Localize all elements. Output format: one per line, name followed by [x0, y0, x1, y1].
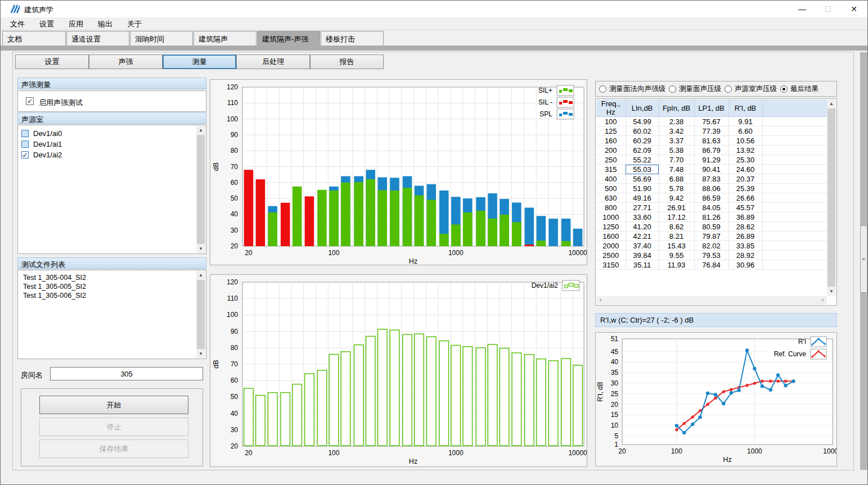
radio-最后结果[interactable]: 最后结果 [780, 84, 818, 94]
table-cell[interactable]: 77.39 [694, 126, 728, 136]
table-cell[interactable]: 630 [596, 193, 626, 203]
channel-item-Dev1/ai1[interactable]: Dev1/ai1 [18, 139, 206, 149]
table-cell[interactable]: 9.91 [728, 117, 762, 126]
table-cell[interactable]: 1600 [596, 232, 626, 241]
room-name-input[interactable] [50, 367, 203, 380]
channel-list-scrollbar[interactable]: ▲ ▼ [196, 126, 205, 253]
table-cell[interactable]: 56.69 [626, 174, 659, 184]
table-cell[interactable] [762, 165, 829, 174]
table-cell[interactable] [762, 232, 829, 241]
table-cell[interactable] [762, 174, 829, 184]
test-file-item[interactable]: Test 1_305-005_SI2 [18, 282, 206, 291]
menu-item-应用[interactable]: 应用 [61, 17, 91, 30]
table-cell[interactable]: 81.26 [694, 212, 728, 222]
save-results-button[interactable]: 保存结果 [39, 439, 188, 458]
tab-楼板打击[interactable]: 楼板打击 [321, 31, 384, 46]
enable-intensity-checkbox[interactable]: ✓ [26, 97, 34, 105]
subtab-后处理[interactable]: 后处理 [236, 55, 310, 69]
table-cell[interactable] [762, 203, 829, 212]
table-cell[interactable]: 60.02 [626, 126, 659, 136]
menu-item-设置[interactable]: 设置 [32, 17, 61, 30]
tab-通道设置[interactable]: 通道设置 [66, 31, 129, 46]
radio-测量面声压级[interactable]: 测量面声压级 [669, 84, 721, 94]
table-cell[interactable]: 2000 [596, 241, 626, 251]
table-cell[interactable]: 76.84 [694, 260, 728, 270]
table-cell[interactable]: 200 [596, 146, 626, 155]
table-cell[interactable]: 26.91 [659, 203, 694, 212]
table-cell[interactable]: 87.83 [694, 174, 728, 184]
scroll-down-icon[interactable]: ▼ [196, 244, 205, 253]
table-cell[interactable]: 79.53 [694, 251, 728, 260]
scroll-thumb[interactable] [197, 280, 205, 349]
table-cell[interactable] [762, 193, 829, 203]
table-cell[interactable]: 800 [596, 203, 626, 212]
table-cell[interactable] [762, 241, 829, 251]
scroll-up-icon[interactable]: ▲ [196, 271, 205, 279]
table-cell[interactable]: 86.79 [694, 146, 728, 155]
table-cell[interactable]: 33.60 [626, 212, 659, 222]
channel-checkbox[interactable]: ✓ [21, 151, 29, 158]
table-cell[interactable]: 5.78 [659, 184, 694, 193]
table-cell[interactable]: 160 [596, 136, 626, 146]
table-cell[interactable]: 20.37 [728, 174, 762, 184]
table-cell[interactable]: 54.99 [626, 117, 659, 126]
table-cell[interactable]: 75.67 [694, 117, 728, 126]
table-cell[interactable]: 1250 [596, 222, 626, 232]
table-cell[interactable]: 2.38 [659, 117, 694, 126]
table-cell[interactable]: 10.56 [728, 136, 762, 146]
table-cell[interactable]: 79.87 [694, 232, 728, 241]
table-cell[interactable] [762, 126, 829, 136]
table-cell[interactable]: 15.43 [659, 241, 694, 251]
menu-item-输出[interactable]: 输出 [91, 17, 120, 30]
table-cell[interactable]: 1000 [596, 212, 626, 222]
column-header[interactable]: LIn,dB [626, 99, 659, 117]
radio-测量面法向声强级[interactable]: 测量面法向声强级 [599, 84, 665, 94]
table-cell[interactable]: 250 [596, 155, 626, 165]
close-button[interactable]: ✕ [841, 1, 867, 17]
stop-button[interactable]: 停止 [39, 418, 188, 436]
scroll-left-icon[interactable]: ‹ [596, 296, 605, 305]
start-button[interactable]: 开始 [39, 396, 188, 414]
table-cell[interactable]: 3.42 [659, 126, 694, 136]
table-cell[interactable]: 27.71 [626, 203, 659, 212]
table-cell[interactable]: 49.16 [626, 193, 659, 203]
table-cell[interactable]: 5.38 [659, 146, 694, 155]
table-cell[interactable]: 6.88 [659, 174, 694, 184]
table-cell[interactable]: 100 [596, 117, 626, 126]
table-cell[interactable]: 3.37 [659, 136, 694, 146]
table-cell[interactable]: 45.57 [728, 203, 762, 212]
test-file-item[interactable]: Test 1_305-004_SI2 [18, 273, 206, 282]
scroll-up-icon[interactable]: ▲ [827, 99, 836, 108]
menu-item-文件[interactable]: 文件 [3, 17, 32, 30]
table-cell[interactable]: 28.92 [728, 251, 762, 260]
table-cell[interactable]: 500 [596, 184, 626, 193]
radio-circle-icon[interactable] [725, 85, 732, 93]
channel-checkbox[interactable] [21, 130, 29, 137]
table-cell[interactable]: 80.59 [694, 222, 728, 232]
table-cell[interactable]: 33.85 [728, 241, 762, 251]
table-cell[interactable]: 90.41 [694, 165, 728, 174]
collapse-panel-button[interactable]: < [860, 225, 867, 293]
table-cell[interactable]: 28.62 [728, 222, 762, 232]
scroll-thumb[interactable] [827, 108, 835, 287]
table-cell[interactable] [762, 136, 829, 146]
table-cell[interactable]: 86.59 [694, 193, 728, 203]
table-cell[interactable] [762, 117, 829, 126]
tab-文档[interactable]: 文档 [2, 31, 66, 46]
table-cell[interactable]: 51.90 [626, 184, 659, 193]
table-cell[interactable]: 24.60 [728, 165, 762, 174]
table-cell[interactable]: 8.62 [659, 222, 694, 232]
table-cell[interactable] [762, 155, 829, 165]
table-cell[interactable]: 3150 [596, 260, 626, 270]
subtab-报告[interactable]: 报告 [310, 55, 384, 69]
scroll-down-icon[interactable]: ▼ [196, 350, 205, 358]
subtab-设置[interactable]: 设置 [15, 55, 89, 69]
table-cell[interactable]: 84.05 [694, 203, 728, 212]
table-cell[interactable]: 11.93 [659, 260, 694, 270]
test-file-item[interactable]: Test 1_305-006_SI2 [18, 291, 206, 300]
subtab-声强[interactable]: 声强 [89, 55, 163, 69]
channel-item-Dev1/ai2[interactable]: ✓Dev1/ai2 [18, 149, 206, 160]
table-cell[interactable]: 35.11 [626, 260, 659, 270]
scroll-thumb[interactable] [197, 135, 205, 244]
table-cell[interactable]: 6.60 [728, 126, 762, 136]
